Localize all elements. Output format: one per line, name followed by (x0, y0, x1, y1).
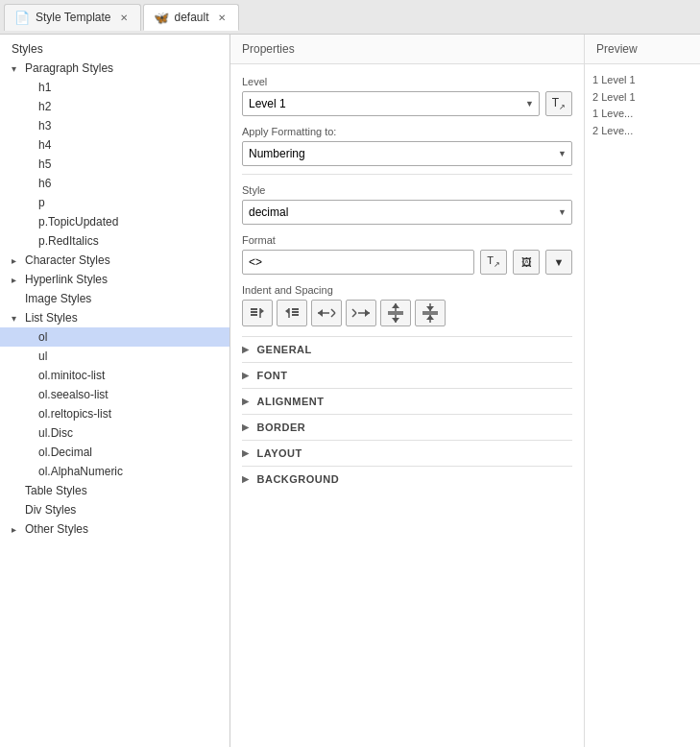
level-select[interactable]: Level 1 Level 2 Level 3 Level 4 (242, 91, 540, 116)
hyperlink-styles-arrow: ▸ (12, 275, 25, 285)
sidebar-item-h1[interactable]: h1 (0, 78, 229, 97)
spacing-above-below-btn[interactable] (380, 300, 411, 326)
style-label: Style (242, 184, 572, 196)
tab-style-template-close[interactable]: ✕ (117, 12, 131, 24)
ol-reltopics-list-label: ol.reltopics-list (38, 407, 222, 421)
other-styles-label: Other Styles (25, 522, 222, 536)
svg-marker-25 (426, 306, 434, 311)
apply-formatting-select[interactable]: Numbering Text All (242, 141, 572, 166)
tab-style-template-icon: 📄 (14, 11, 30, 25)
properties-header: Properties (230, 35, 585, 63)
indent-decrease-btn[interactable] (311, 300, 342, 326)
sidebar-header-label: Styles (12, 42, 43, 56)
sidebar-item-p-topic-updated[interactable]: p.TopicUpdated (0, 212, 229, 231)
alignment-arrow: ▶ (242, 397, 250, 406)
section-general[interactable]: ▶ GENERAL (242, 336, 572, 362)
svg-rect-0 (251, 308, 257, 310)
character-styles-label: Character Styles (25, 253, 222, 267)
list-styles-arrow: ▾ (12, 313, 25, 324)
sidebar-item-ol[interactable]: ol (0, 327, 229, 347)
table-styles-label: Table Styles (25, 484, 222, 497)
tab-bar: 📄 Style Template ✕ 🦋 default ✕ (0, 0, 700, 35)
svg-marker-23 (392, 318, 399, 323)
sidebar-item-h3[interactable]: h3 (0, 116, 229, 135)
general-arrow: ▶ (242, 345, 250, 354)
indent-left-block-btn[interactable] (242, 300, 273, 326)
sidebar-item-h5[interactable]: h5 (0, 155, 229, 174)
format-image-icon: 🖼 (521, 256, 532, 268)
section-background[interactable]: ▶ BACKGROUND (242, 466, 572, 492)
apply-formatting-label: Apply Formatting to: (242, 126, 572, 137)
format-more-btn[interactable]: ▼ (545, 250, 572, 275)
paragraph-styles-arrow: ▾ (12, 63, 25, 74)
font-arrow: ▶ (242, 371, 250, 380)
h3-label: h3 (38, 119, 222, 133)
sidebar-item-other-styles[interactable]: ▸ Other Styles (0, 519, 229, 539)
sidebar-item-div-styles[interactable]: Div Styles (0, 500, 229, 519)
p-red-italics-label: p.RedItalics (38, 234, 222, 248)
section-layout[interactable]: ▶ LAYOUT (242, 440, 572, 466)
level-row: Level 1 Level 2 Level 3 Level 4 ▼ T↗ (242, 91, 572, 116)
style-select[interactable]: decimal lower-alpha upper-alpha lower-ro… (242, 200, 572, 225)
sidebar-item-hyperlink-styles[interactable]: ▸ Hyperlink Styles (0, 270, 229, 289)
ol-decimal-label: ol.Decimal (38, 446, 222, 459)
sidebar-item-ul-disc[interactable]: ul.Disc (0, 423, 229, 443)
sidebar-item-ol-alphanumeric[interactable]: ol.AlphaNumeric (0, 462, 229, 481)
preview-line-3: 1 Leve... (592, 106, 692, 123)
ol-label: ol (38, 330, 222, 344)
background-label: BACKGROUND (257, 473, 340, 485)
svg-line-17 (352, 313, 356, 317)
tab-default[interactable]: 🦋 default ✕ (143, 4, 239, 31)
svg-rect-6 (292, 311, 299, 313)
format-input[interactable] (242, 250, 474, 275)
level-format-button[interactable]: T↗ (545, 91, 572, 116)
tab-style-template-label: Style Template (36, 11, 111, 24)
format-text-btn[interactable]: T↗ (480, 250, 507, 275)
properties-panel: Level Level 1 Level 2 Level 3 Level 4 ▼ … (230, 64, 585, 747)
sidebar-item-p-red-italics[interactable]: p.RedItalics (0, 231, 229, 251)
svg-line-12 (331, 309, 335, 313)
apply-formatting-row: Numbering Text All ▼ (242, 141, 572, 166)
sidebar-item-list-styles[interactable]: ▾ List Styles (0, 308, 229, 327)
border-arrow: ▶ (242, 422, 250, 432)
section-font[interactable]: ▶ FONT (242, 362, 572, 388)
main-layout: Styles ▾ Paragraph Styles h1 h2 h3 h4 h5 (0, 35, 700, 747)
indent-right-block-btn[interactable] (277, 300, 307, 326)
sidebar-item-p[interactable]: p (0, 193, 229, 212)
sidebar-item-ol-minitoc-list[interactable]: ol.minitoc-list (0, 366, 229, 385)
tab-style-template[interactable]: 📄 Style Template ✕ (4, 4, 141, 31)
svg-rect-2 (251, 314, 257, 316)
sidebar-item-table-styles[interactable]: Table Styles (0, 481, 229, 500)
ul-label: ul (38, 349, 222, 363)
level-format-icon: T↗ (552, 96, 566, 111)
sidebar-item-h6[interactable]: h6 (0, 174, 229, 193)
format-image-btn[interactable]: 🖼 (513, 250, 540, 275)
column-headers: Properties Preview (230, 35, 700, 64)
svg-rect-5 (292, 308, 299, 310)
sidebar-item-ul[interactable]: ul (0, 347, 229, 366)
svg-marker-9 (285, 308, 289, 314)
svg-line-13 (331, 313, 335, 317)
h6-label: h6 (38, 177, 222, 190)
level-select-wrapper: Level 1 Level 2 Level 3 Level 4 ▼ (242, 91, 540, 116)
sidebar-item-character-styles[interactable]: ▸ Character Styles (0, 251, 229, 270)
svg-rect-1 (251, 311, 257, 313)
sidebar-item-h4[interactable]: h4 (0, 135, 229, 155)
sidebar-item-paragraph-styles[interactable]: ▾ Paragraph Styles (0, 59, 229, 78)
tab-default-close[interactable]: ✕ (215, 12, 229, 24)
section-border[interactable]: ▶ BORDER (242, 414, 572, 440)
spacing-between-btn[interactable] (415, 300, 446, 326)
divider-1 (242, 174, 572, 175)
indent-increase-btn[interactable] (346, 300, 376, 326)
section-alignment[interactable]: ▶ ALIGNMENT (242, 388, 572, 414)
image-styles-label: Image Styles (25, 292, 222, 305)
sidebar-item-image-styles[interactable]: Image Styles (0, 289, 229, 308)
sidebar-item-h2[interactable]: h2 (0, 97, 229, 116)
level-label: Level (242, 76, 572, 87)
h5-label: h5 (38, 157, 222, 171)
sidebar-item-ol-reltopics-list[interactable]: ol.reltopics-list (0, 404, 229, 423)
sidebar-item-ol-decimal[interactable]: ol.Decimal (0, 443, 229, 462)
background-arrow: ▶ (242, 474, 250, 484)
ol-seealso-list-label: ol.seealso-list (38, 388, 222, 401)
sidebar-item-ol-seealso-list[interactable]: ol.seealso-list (0, 385, 229, 404)
